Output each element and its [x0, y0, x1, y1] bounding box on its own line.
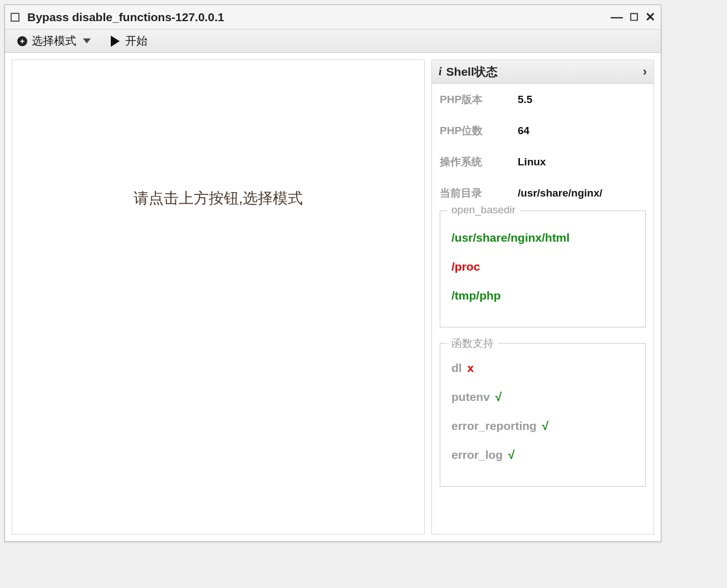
plus-circle-icon: + [17, 36, 27, 46]
side-panel: i Shell状态 › PHP版本 5.5 PHP位数 64 操作系统 Linu… [431, 60, 654, 535]
window-icon [11, 13, 19, 22]
info-icon: i [439, 65, 442, 78]
start-button[interactable]: 开始 [106, 31, 152, 51]
window-title: Bypass disable_functions-127.0.0.1 [27, 11, 604, 24]
php-bits-label: PHP位数 [440, 124, 518, 138]
function-item: dl x [451, 361, 634, 375]
basedir-item: /proc [451, 260, 634, 273]
function-name: error_reporting [451, 419, 537, 432]
main-panel: 请点击上方按钮,选择模式 [12, 60, 425, 535]
panel-title: Shell状态 [446, 64, 498, 80]
function-item: error_log √ [451, 448, 634, 462]
php-version-value: 5.5 [518, 94, 532, 106]
functions-fieldset: 函数支持 dl xputenv √error_reporting √error_… [440, 343, 646, 487]
os-label: 操作系统 [440, 155, 518, 169]
function-name: putenv [451, 390, 490, 403]
check-icon: √ [492, 390, 502, 403]
function-name: dl [451, 361, 462, 374]
basedir-item: /usr/share/nginx/html [451, 231, 634, 244]
info-row-cwd: 当前目录 /usr/share/nginx/ [440, 186, 646, 200]
select-mode-label: 选择模式 [32, 33, 76, 48]
app-window: Bypass disable_functions-127.0.0.1 — ☐ ✕… [4, 4, 661, 542]
cross-icon: x [464, 361, 474, 374]
main-placeholder-text: 请点击上方按钮,选择模式 [134, 188, 303, 208]
basedir-item: /tmp/php [451, 289, 634, 302]
function-item: putenv √ [451, 390, 634, 404]
check-icon: √ [539, 419, 548, 432]
info-row-os: 操作系统 Linux [440, 155, 646, 169]
panel-header[interactable]: i Shell状态 › [432, 60, 654, 84]
open-basedir-legend: open_basedir [447, 204, 520, 216]
functions-legend: 函数支持 [447, 336, 498, 351]
functions-list: dl xputenv √error_reporting √error_log √ [451, 361, 634, 462]
php-version-label: PHP版本 [440, 92, 518, 107]
chevron-right-icon: › [643, 65, 647, 79]
titlebar[interactable]: Bypass disable_functions-127.0.0.1 — ☐ ✕ [5, 5, 661, 30]
info-row-php-version: PHP版本 5.5 [440, 92, 646, 107]
play-icon [111, 36, 120, 47]
check-icon: √ [505, 448, 514, 461]
cwd-value: /usr/share/nginx/ [518, 187, 602, 199]
toolbar: + 选择模式 开始 [5, 30, 661, 53]
content-area: 请点击上方按钮,选择模式 i Shell状态 › PHP版本 5.5 PHP位数… [5, 53, 661, 541]
panel-body: PHP版本 5.5 PHP位数 64 操作系统 Linux 当前目录 /usr/… [432, 84, 654, 534]
cwd-label: 当前目录 [440, 186, 518, 200]
open-basedir-list: /usr/share/nginx/html/proc/tmp/php [451, 231, 634, 302]
minimize-button[interactable]: — [611, 10, 623, 24]
start-label: 开始 [125, 33, 148, 48]
php-bits-value: 64 [518, 125, 529, 137]
info-row-php-bits: PHP位数 64 [440, 124, 646, 138]
select-mode-button[interactable]: + 选择模式 [13, 31, 95, 51]
dropdown-arrow-icon [83, 38, 91, 43]
close-button[interactable]: ✕ [645, 10, 655, 24]
maximize-button[interactable]: ☐ [630, 11, 638, 23]
os-value: Linux [518, 156, 546, 168]
open-basedir-fieldset: open_basedir /usr/share/nginx/html/proc/… [440, 210, 646, 327]
function-name: error_log [451, 448, 503, 461]
function-item: error_reporting √ [451, 419, 634, 433]
